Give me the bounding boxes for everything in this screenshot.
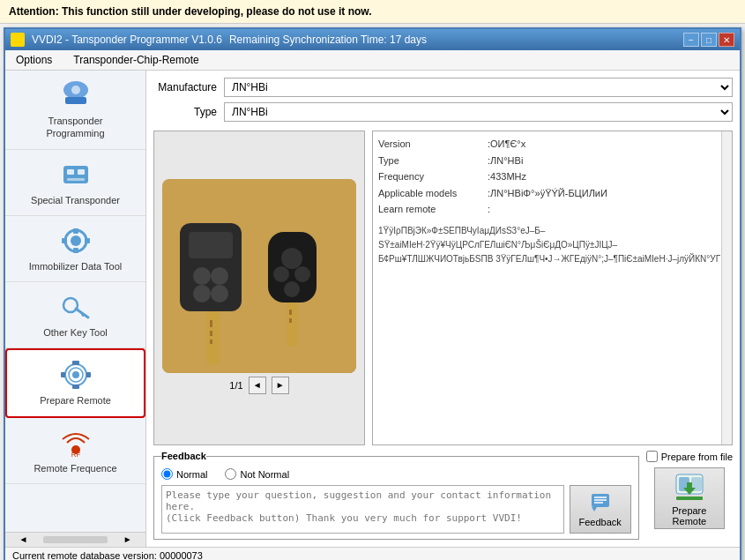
sidebar-item-prepare-remote[interactable]: Prepare Remote [5,348,145,417]
title-bar-controls: − □ ✕ [683,33,734,47]
svg-point-28 [193,267,211,285]
manufacture-label: Manufacture [153,81,224,93]
svg-rect-43 [289,318,292,323]
version-val: :ОИ¶Є°х [488,137,525,152]
svg-point-39 [294,266,310,282]
svg-rect-11 [62,238,67,243]
svg-rect-4 [67,169,74,175]
feedback-btn-container: Feedback [570,485,631,534]
remote-frequence-label: Remote Frequence [34,462,116,474]
svg-point-30 [193,285,211,302]
menu-options[interactable]: Options [12,53,56,67]
manufacture-select[interactable]: ЛN°HBi [224,78,733,97]
main-content: TransponderProgramming Special Transpond… [5,71,740,547]
svg-rect-19 [72,361,79,365]
prepare-remote-btn-icon [672,470,707,502]
status-bar: Current remote database version: 0000007… [5,547,740,560]
sidebar: TransponderProgramming Special Transpond… [5,71,146,547]
sidebar-item-special-transponder[interactable]: Special Transponder [5,150,145,216]
sidebar-scrollbar-track [43,536,108,543]
svg-rect-9 [73,228,78,234]
radio-not-normal[interactable]: Not Normal [225,468,289,480]
svg-rect-5 [78,169,85,175]
prepare-remote-label: Prepare Remote [40,394,111,407]
info-desc: 1ŸÿIρПВjЭК»Ф±ЅЕПВЧуIаμДИsS3°еJ–Б–ЅŸ±аiМI… [378,224,726,266]
sidebar-item-remote-frequence[interactable]: RF Remote Frequence [5,418,145,484]
learn-line: Learn remote : [378,202,726,217]
other-key-tool-label: Other Key Tool [43,326,108,339]
prepare-from-file-checkbox[interactable] [646,451,658,462]
image-nav: 1/1 ◄ ► [226,373,292,398]
prepare-from-file-label: Prepare from file [661,452,733,462]
svg-point-29 [211,267,228,285]
close-button[interactable]: ✕ [719,33,734,47]
radio-row: Normal Not Normal [161,468,631,480]
menu-transponder-chip-remote[interactable]: Transponder-Chip-Remote [70,53,202,67]
special-transponder-icon [58,159,93,190]
prepare-remote-btn-label: Prepare Remote [655,505,724,526]
feedback-textarea[interactable] [161,485,564,534]
svg-marker-45 [592,507,597,511]
image-prev-button[interactable]: ◄ [249,377,266,394]
svg-rect-22 [86,372,91,377]
feedback-button[interactable]: Feedback [570,485,631,534]
svg-rect-6 [67,178,85,181]
radio-normal-label: Normal [176,469,207,480]
svg-rect-12 [85,238,90,243]
main-window: VVDI2 - Tansponder Programmer V1.0.6 Rem… [4,27,741,560]
status-text: Current remote database version: 0000007… [12,550,203,560]
info-panel: Version :ОИ¶Є°х Type :ЛN°HBi Frequency :… [372,131,733,445]
frequency-line: Frequency :433MHz [378,169,726,184]
radio-not-normal-input[interactable] [225,468,236,480]
svg-rect-21 [61,372,65,377]
svg-rect-54 [676,497,703,500]
bottom-area: Feedback Normal Not Normal [153,451,733,540]
type-info-line: Type :ЛN°HBi [378,153,726,168]
svg-point-31 [211,285,228,302]
frequency-val: :433MHz [488,169,526,184]
maximize-button[interactable]: □ [701,33,717,47]
transponder-programming-label: TransponderProgramming [46,115,104,140]
svg-text:RF: RF [71,451,80,459]
manufacture-row: Manufacture ЛN°HBi [153,78,733,97]
learn-val: : [488,202,490,217]
svg-rect-33 [210,320,212,327]
immobilizer-data-tool-icon [58,225,93,257]
prepare-remote-button[interactable]: Prepare Remote [654,467,725,529]
special-transponder-label: Special Transponder [31,194,120,206]
svg-point-38 [273,266,289,282]
svg-rect-42 [289,310,292,315]
sidebar-item-other-key-tool[interactable]: Other Key Tool [5,282,145,348]
svg-rect-10 [73,248,78,253]
remote-frequence-icon: RF [58,427,93,459]
type-info-key: Type [378,153,484,168]
svg-rect-1 [65,97,86,104]
frequency-key: Frequency [378,169,484,184]
learn-key: Learn remote [378,202,484,217]
minimize-button[interactable]: − [683,33,699,47]
type-label: Type [153,106,224,118]
title-bar: VVDI2 - Tansponder Programmer V1.0.6 Rem… [5,29,740,50]
feedback-btn-icon [590,492,611,513]
applicable-val: :ЛN°HBiΦ°»ÿŸÝЙ-БЦИЛиИ [488,186,607,201]
right-buttons: Prepare from file Pr [646,451,733,529]
info-scrollbar[interactable] [721,131,732,444]
version-key: Version [378,137,484,152]
sidebar-scroll-right[interactable]: ► [109,533,145,547]
radio-normal-input[interactable] [161,468,173,480]
type-select[interactable]: ЛN°HBi [224,102,733,122]
feedback-btn-label: Feedback [579,517,622,527]
sidebar-item-immobilizer-data-tool[interactable]: Immobilizer Data Tool [5,216,145,282]
app-icon [11,33,25,47]
image-next-button[interactable]: ► [272,377,289,394]
svg-rect-41 [287,302,297,347]
radio-normal[interactable]: Normal [161,468,207,480]
immobilizer-data-tool-label: Immobilizer Data Tool [29,260,123,273]
svg-point-40 [284,281,300,297]
sidebar-item-transponder-programming[interactable]: TransponderProgramming [5,71,145,150]
menu-bar: Options Transponder-Chip-Remote [5,50,740,71]
right-panel: Manufacture ЛN°HBi Type ЛN°HBi [146,71,740,547]
svg-rect-20 [72,385,79,389]
type-info-val: :ЛN°HBi [488,153,523,168]
sidebar-scroll-left[interactable]: ◄ [5,533,41,547]
